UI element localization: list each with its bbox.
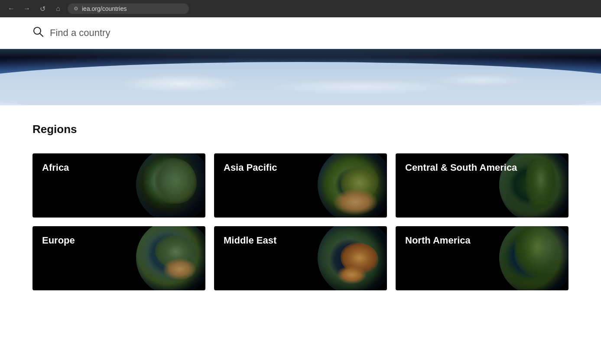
regions-grid: Africa Asia Pacific Central & South Amer… xyxy=(32,153,569,290)
back-button[interactable]: ← xyxy=(5,3,17,15)
regions-title: Regions xyxy=(32,123,569,136)
address-icon: ⚙ xyxy=(74,6,78,12)
region-card-asia-pacific[interactable]: Asia Pacific xyxy=(214,153,387,218)
home-button[interactable]: ⌂ xyxy=(52,3,64,15)
region-label-europe: Europe xyxy=(32,226,84,255)
search-bar xyxy=(0,17,601,49)
browser-chrome: ← → ↺ ⌂ ⚙ iea.org/countries xyxy=(0,0,601,17)
region-card-central-south-america[interactable]: Central & South America xyxy=(396,153,569,218)
svg-line-1 xyxy=(40,34,43,37)
region-label-central-south-america: Central & South America xyxy=(396,153,526,182)
forward-button[interactable]: → xyxy=(21,3,33,15)
reload-button[interactable]: ↺ xyxy=(36,3,49,15)
region-label-middle-east: Middle East xyxy=(214,226,286,255)
region-card-europe[interactable]: Europe xyxy=(32,226,205,290)
region-card-africa[interactable]: Africa xyxy=(32,153,205,218)
search-icon xyxy=(32,26,44,40)
region-card-middle-east[interactable]: Middle East xyxy=(214,226,387,290)
address-text: iea.org/countries xyxy=(82,5,127,12)
hero-banner xyxy=(0,49,601,105)
region-label-africa: Africa xyxy=(32,153,78,182)
region-label-north-america: North America xyxy=(396,226,480,255)
region-card-north-america[interactable]: North America xyxy=(396,226,569,290)
main-content: Regions Africa Asia Pacific Central & So… xyxy=(0,105,601,308)
region-label-asia-pacific: Asia Pacific xyxy=(214,153,287,182)
find-country-input[interactable] xyxy=(50,27,180,39)
svg-point-0 xyxy=(34,27,41,34)
address-bar[interactable]: ⚙ iea.org/countries xyxy=(68,3,189,14)
